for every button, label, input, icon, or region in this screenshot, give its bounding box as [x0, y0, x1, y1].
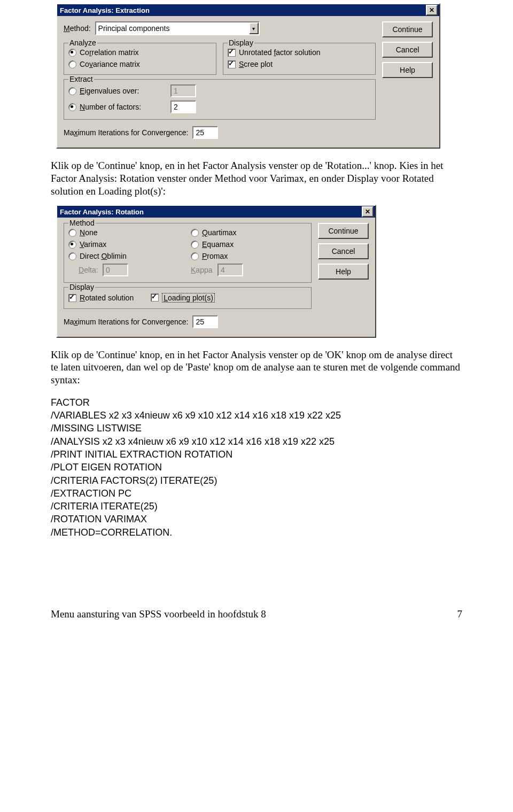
- check-unrotated-solution[interactable]: [228, 49, 236, 57]
- label-maxiter1: Maximum Iterations for Convergence:: [64, 128, 188, 137]
- input-kappa: 4: [217, 264, 243, 276]
- footer-text: Menu aansturing van SPSS voorbeeld in ho…: [51, 608, 266, 620]
- syntax-line: /ROTATION VARIMAX: [51, 513, 462, 525]
- legend-method: Method: [68, 219, 96, 227]
- syntax-line: /PLOT EIGEN ROTATION: [51, 461, 462, 474]
- label-promax: Promax: [202, 252, 228, 260]
- syntax-line: /VARIABLES x2 x3 x4nieuw x6 x9 x10 x12 x…: [51, 409, 462, 422]
- method-label: Method:: [64, 24, 91, 33]
- group-method: Method None Varimax Direct Oblimin Delta…: [64, 223, 312, 283]
- label-equamax: Equamax: [202, 240, 234, 249]
- label-unrotated-solution: Unrotated factor solution: [239, 48, 321, 57]
- radio-direct-oblimin[interactable]: [68, 252, 76, 260]
- close-icon[interactable]: ✕: [426, 5, 438, 16]
- document-page: Factor Analysis: Extraction ✕ Method: Pr…: [0, 3, 513, 636]
- dialog-extraction: Factor Analysis: Extraction ✕ Method: Pr…: [56, 3, 440, 149]
- cancel-button[interactable]: Cancel: [318, 243, 369, 259]
- continue-button[interactable]: Continue: [318, 223, 369, 239]
- input-maxiter2[interactable]: 25: [192, 315, 218, 328]
- method-combo[interactable]: Principal components: [95, 21, 260, 35]
- syntax-line: /MISSING LISTWISE: [51, 422, 462, 435]
- page-footer: Menu aansturing van SPSS voorbeeld in ho…: [51, 608, 462, 620]
- syntax-line: /EXTRACTION PC: [51, 487, 462, 500]
- syntax-line: /CRITERIA ITERATE(25): [51, 500, 462, 513]
- input-number-of-factors[interactable]: 2: [170, 100, 196, 113]
- dialog-rotation-titlebar: Factor Analysis: Rotation ✕: [57, 206, 375, 218]
- label-none: None: [80, 228, 97, 237]
- label-number-of-factors: Number of factors:: [80, 103, 170, 111]
- continue-button[interactable]: Continue: [382, 21, 433, 37]
- radio-equamax[interactable]: [191, 241, 199, 249]
- check-scree-plot[interactable]: [228, 60, 236, 68]
- label-kappa: Kappa: [191, 266, 217, 274]
- chevron-down-icon[interactable]: [249, 22, 259, 34]
- cancel-button[interactable]: Cancel: [382, 42, 433, 58]
- label-scree-plot: Scree plot: [239, 60, 273, 68]
- legend-display1: Display: [228, 38, 254, 47]
- input-maxiter1[interactable]: 25: [192, 126, 218, 139]
- label-maxiter2: Maximum Iterations for Convergence:: [64, 318, 188, 326]
- check-rotated-solution[interactable]: [68, 294, 76, 302]
- syntax-line: FACTOR: [51, 396, 462, 409]
- radio-covariance-matrix[interactable]: [68, 60, 76, 68]
- paragraph-1: Klik op de 'Continue' knop, en in het Fa…: [51, 159, 462, 197]
- syntax-block: FACTOR /VARIABLES x2 x3 x4nieuw x6 x9 x1…: [51, 396, 462, 539]
- label-direct-oblimin: Direct Oblimin: [80, 252, 127, 260]
- paragraph-2: Klik op de 'Continue' knop, en in het Fa…: [51, 349, 462, 386]
- group-extract: Extract Eigenvalues over: 1 Number of fa…: [64, 79, 376, 120]
- page-number: 7: [457, 608, 463, 620]
- radio-correlation-matrix[interactable]: [68, 49, 76, 57]
- radio-varimax[interactable]: [68, 241, 76, 249]
- label-delta: Delta:: [79, 266, 103, 274]
- method-value: Principal components: [98, 24, 170, 33]
- label-covariance-matrix: Covariance matrix: [80, 60, 140, 68]
- dialog-rotation: Factor Analysis: Rotation ✕ Method None …: [56, 205, 376, 337]
- syntax-line: /ANALYSIS x2 x3 x4nieuw x6 x9 x10 x12 x1…: [51, 435, 462, 448]
- close-icon[interactable]: ✕: [362, 206, 374, 217]
- help-button[interactable]: Help: [318, 264, 369, 280]
- radio-number-of-factors[interactable]: [68, 103, 76, 111]
- syntax-line: /CRITERIA FACTORS(2) ITERATE(25): [51, 474, 462, 487]
- label-correlation-matrix: Correlation matrix: [80, 48, 139, 57]
- dialog-extraction-titlebar: Factor Analysis: Extraction ✕: [57, 4, 439, 16]
- label-rotated-solution: Rotated solution: [80, 293, 134, 302]
- legend-analyze: Analyze: [68, 38, 97, 47]
- syntax-line: /PRINT INITIAL EXTRACTION ROTATION: [51, 448, 462, 461]
- label-quartimax: Quartimax: [202, 228, 237, 237]
- group-display-extraction: Display Unrotated factor solution Scree …: [223, 43, 376, 75]
- dialog-rotation-title: Factor Analysis: Rotation: [60, 208, 144, 216]
- legend-extract: Extract: [68, 75, 94, 83]
- label-loading-plot: Loading plot(s): [162, 293, 215, 303]
- syntax-line: /METHOD=CORRELATION.: [51, 526, 462, 539]
- legend-display2: Display: [68, 283, 95, 291]
- radio-quartimax[interactable]: [191, 229, 199, 237]
- dialog-extraction-title: Factor Analysis: Extraction: [60, 6, 150, 14]
- radio-none[interactable]: [68, 229, 76, 237]
- input-delta: 0: [103, 264, 128, 276]
- check-loading-plot[interactable]: [151, 293, 159, 301]
- input-eigenvalues-over: 1: [170, 84, 196, 97]
- group-display-rotation: Display Rotated solution Loading plot(s): [64, 287, 312, 308]
- group-analyze: Analyze Correlation matrix Covariance ma…: [64, 43, 216, 75]
- radio-promax[interactable]: [191, 252, 199, 260]
- help-button[interactable]: Help: [382, 62, 433, 78]
- label-varimax: Varimax: [80, 240, 106, 249]
- radio-eigenvalues-over[interactable]: [68, 87, 76, 95]
- label-eigenvalues-over: Eigenvalues over:: [80, 87, 170, 95]
